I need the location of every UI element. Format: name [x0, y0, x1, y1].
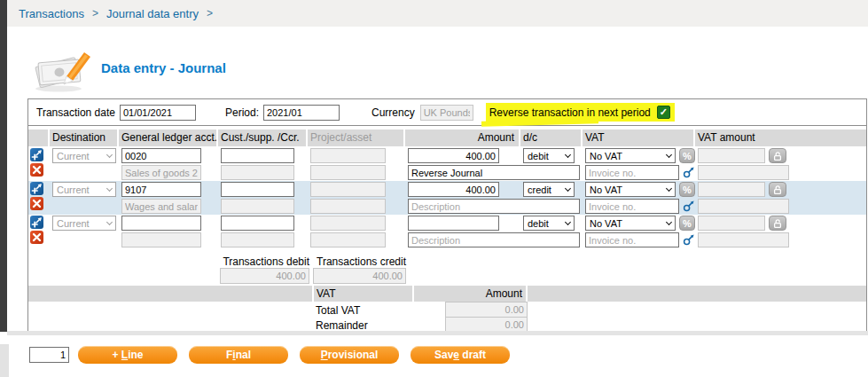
- form-header-row: Transaction date Period: Currency Revers…: [28, 99, 866, 126]
- table-header-row: Destination General ledger acct. Cust./s…: [28, 130, 866, 146]
- page-title: Data entry - Journal: [101, 60, 226, 75]
- sidebar-strip-bottom: [0, 344, 9, 377]
- delete-line-icon[interactable]: [30, 197, 43, 210]
- cust-supp-input[interactable]: [221, 148, 294, 163]
- chevron-down-icon: [665, 185, 671, 191]
- project-asset-input: [310, 182, 386, 197]
- gl-account-input[interactable]: [121, 148, 201, 163]
- provisional-button[interactable]: Provisional: [300, 346, 399, 364]
- chevron-down-icon: [106, 151, 113, 157]
- invoice-number-input[interactable]: [585, 199, 679, 214]
- search-lookup-icon[interactable]: [683, 233, 695, 247]
- vat-summary-amount-header: Amount: [414, 286, 528, 302]
- vat-amount-input: [698, 182, 765, 197]
- vat-percent-button[interactable]: %: [679, 216, 695, 231]
- debit-credit-select[interactable]: debit: [523, 148, 575, 163]
- insert-line-icon[interactable]: [30, 216, 43, 229]
- vat-base-input: [698, 232, 789, 247]
- destination-select: Current: [52, 216, 116, 231]
- description-input[interactable]: [408, 199, 580, 214]
- vat-summary-vat-header: VAT: [314, 286, 414, 302]
- destination-select: Current: [52, 148, 116, 163]
- row-actions: [28, 147, 50, 181]
- gl-account-name-input: [121, 165, 201, 180]
- debit-credit-select[interactable]: credit: [523, 182, 575, 197]
- chevron-down-icon: [106, 218, 113, 224]
- cust-supp-name-input: [221, 232, 294, 247]
- invoice-number-input[interactable]: [585, 165, 679, 180]
- final-button[interactable]: Final: [189, 346, 288, 364]
- description-input[interactable]: [408, 165, 580, 180]
- vat-code-select[interactable]: No VAT: [585, 182, 676, 197]
- delete-line-icon[interactable]: [30, 231, 43, 244]
- description-input[interactable]: [408, 232, 580, 247]
- project-asset-input: [310, 148, 386, 163]
- sidebar-strip: [0, 0, 7, 332]
- column-header-gl-account: General ledger acct.: [119, 130, 218, 146]
- breadcrumb-transactions[interactable]: Transactions: [19, 7, 84, 20]
- transactions-credit-label: Transactions credit: [313, 255, 406, 268]
- period-label: Period:: [225, 106, 259, 119]
- gl-account-name-input: [121, 232, 201, 247]
- vat-code-select[interactable]: No VAT: [585, 148, 676, 163]
- period-input[interactable]: [263, 105, 340, 121]
- vat-percent-button[interactable]: %: [679, 182, 695, 197]
- vat-summary-spacer: [528, 286, 866, 302]
- lock-icon-button[interactable]: [769, 182, 786, 197]
- transactions-debit-total: [220, 268, 309, 284]
- vat-code-select[interactable]: No VAT: [585, 216, 676, 231]
- lock-icon-button[interactable]: [769, 216, 786, 231]
- lock-icon-button[interactable]: [769, 148, 786, 163]
- transaction-date-input[interactable]: [120, 105, 196, 121]
- insert-line-icon[interactable]: [30, 148, 43, 161]
- project-asset-input: [310, 216, 386, 231]
- search-lookup-icon[interactable]: [683, 166, 695, 180]
- gl-account-name-input: [121, 199, 201, 214]
- chevron-down-icon: [565, 151, 571, 157]
- debit-credit-select[interactable]: debit: [523, 216, 575, 231]
- page-number-input[interactable]: [29, 347, 69, 363]
- vat-base-input: [698, 165, 789, 180]
- footer-separator: [7, 331, 868, 335]
- cust-supp-input[interactable]: [221, 216, 294, 231]
- journal-row: Current credit No VAT %: [28, 181, 866, 215]
- amount-input[interactable]: [408, 182, 499, 197]
- gl-account-input[interactable]: [121, 216, 201, 231]
- remainder-label: Remainder: [316, 319, 368, 332]
- column-header-destination: Destination: [50, 130, 119, 146]
- invoice-number-input[interactable]: [585, 232, 679, 247]
- insert-line-icon[interactable]: [30, 182, 43, 195]
- chevron-down-icon: [565, 218, 571, 224]
- column-header-vat: VAT: [583, 130, 695, 146]
- vat-percent-button[interactable]: %: [679, 148, 695, 163]
- column-header-project-asset: Project/asset: [308, 130, 405, 146]
- breadcrumb-journal-data-entry[interactable]: Journal data entry: [106, 7, 199, 20]
- delete-line-icon[interactable]: [30, 163, 43, 177]
- breadcrumb-separator: >: [207, 7, 213, 20]
- reverse-transaction-checkbox[interactable]: ✓: [657, 106, 670, 119]
- transactions-credit-total: [313, 268, 406, 284]
- chevron-down-icon: [665, 151, 671, 157]
- journal-banknote-pencil-icon: [32, 44, 98, 98]
- chevron-down-icon: [665, 218, 671, 224]
- amount-input[interactable]: [408, 148, 499, 163]
- amount-input[interactable]: [408, 216, 499, 231]
- breadcrumb: Transactions > Journal data entry >: [7, 0, 868, 27]
- vat-base-input: [698, 199, 789, 214]
- save-draft-button[interactable]: Save draft: [411, 346, 510, 364]
- search-lookup-icon[interactable]: [683, 200, 695, 214]
- total-vat-value: [445, 302, 528, 318]
- destination-select: Current: [52, 182, 116, 197]
- chevron-down-icon: [106, 185, 113, 191]
- action-buttons: + Line Final Provisional Save draft: [78, 346, 510, 364]
- journal-row: Current debit No VAT %: [28, 147, 866, 181]
- currency-input: [420, 105, 473, 121]
- project-asset-name-input: [310, 165, 386, 180]
- total-vat-label: Total VAT: [316, 304, 360, 317]
- column-header-cust-supp: Cust./supp. /Ccr.: [218, 130, 308, 146]
- add-line-button[interactable]: + Line: [78, 346, 177, 364]
- row-actions: [28, 181, 50, 215]
- gl-account-input[interactable]: [121, 182, 201, 197]
- column-header-actions: [28, 130, 50, 146]
- cust-supp-input[interactable]: [221, 182, 294, 197]
